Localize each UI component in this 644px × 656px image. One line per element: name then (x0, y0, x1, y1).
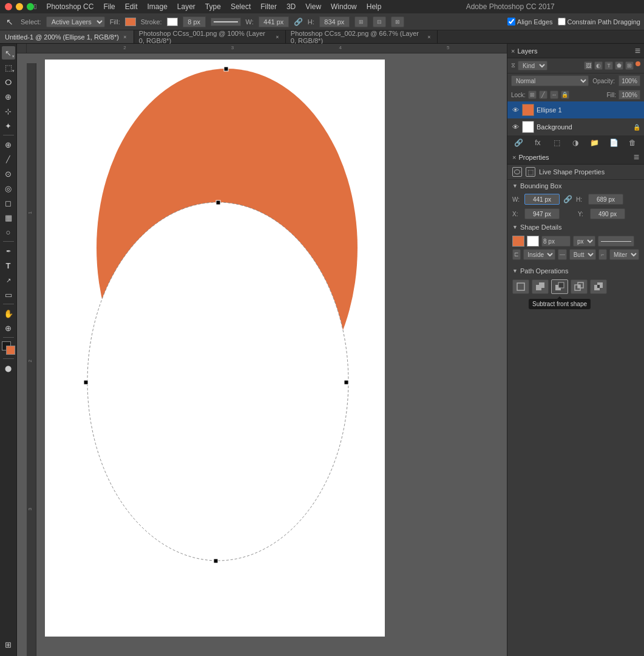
move-tool-button[interactable]: ↖ ▾ (2, 46, 15, 60)
handle-top[interactable] (224, 67, 228, 71)
lock-all-icon[interactable]: 🔒 (561, 91, 569, 99)
quick-mask-button[interactable]: ⬤ (2, 361, 15, 375)
fill-color-swatch[interactable] (125, 18, 136, 26)
ellipse1-visibility-toggle[interactable]: 👁 (511, 106, 520, 114)
bounding-box-section-header[interactable]: ▼ Bounding Box (507, 180, 644, 192)
canvas-area[interactable]: 2 3 4 5 1 2 3 (17, 44, 507, 656)
add-mask-button[interactable]: ⬚ (551, 137, 562, 148)
filter-toggle-dot[interactable] (636, 61, 640, 66)
maximize-button[interactable] (27, 3, 34, 10)
menu-apple[interactable]:  (34, 2, 36, 11)
stroke-size-field[interactable] (541, 236, 571, 247)
menu-window[interactable]: Window (331, 2, 357, 11)
handle-bottom[interactable] (214, 559, 218, 563)
corner-dropdown[interactable]: Miter (609, 249, 639, 260)
path-select-button[interactable]: ↗ (2, 273, 15, 287)
transform-icon[interactable]: ⊞ (354, 16, 368, 27)
eraser-tool-button[interactable]: ◻ (2, 196, 15, 210)
tab-ccss002[interactable]: Photoshop CCss_002.png @ 66.7% (Layer 0,… (286, 30, 438, 43)
shape-details-section-header[interactable]: ▼ Shape Details (507, 221, 644, 233)
drawing-area[interactable]: 1 2 3 (27, 53, 507, 656)
intersect-paths-btn[interactable] (571, 279, 588, 294)
bb-h-input[interactable] (588, 194, 623, 205)
constrain-path-checkbox[interactable] (558, 18, 566, 26)
layers-panel-close[interactable]: × (511, 47, 515, 55)
stroke-size-unit[interactable]: px (573, 236, 595, 247)
menu-file[interactable]: File (103, 2, 115, 11)
menu-filter[interactable]: Filter (260, 2, 277, 11)
bb-w-input[interactable] (524, 194, 560, 205)
eyedropper-tool-button[interactable]: ✦ (2, 119, 15, 132)
corner-style-btn[interactable]: ⌐ (598, 249, 607, 260)
menu-type[interactable]: Type (205, 2, 221, 11)
screen-mode-button[interactable]: ⊞ (2, 638, 15, 651)
blend-mode-dropdown[interactable]: Normal (511, 75, 589, 86)
type-filter-icon[interactable]: T (605, 61, 613, 70)
fx-button[interactable]: fx (532, 137, 543, 148)
layer-item-background[interactable]: 👁 Background 🔒 (507, 118, 644, 135)
bb-link-icon[interactable]: 🔗 (563, 195, 572, 203)
tab-ccss001[interactable]: Photoshop CCss_001.png @ 100% (Layer 0, … (134, 30, 286, 43)
new-group-button[interactable]: 📁 (589, 137, 600, 148)
background-color[interactable] (6, 346, 15, 355)
stroke-line-preview[interactable] (211, 18, 241, 26)
align-edges-checkbox-container[interactable]: Align Edges (507, 18, 553, 26)
layers-panel-menu-icon[interactable]: ≡ (635, 46, 640, 56)
combine-paths-btn[interactable] (532, 279, 549, 294)
type-tool-button[interactable]: T (2, 259, 15, 272)
menu-view[interactable]: View (305, 2, 321, 11)
menu-3d[interactable]: 3D (286, 2, 296, 11)
shape-fill-swatch[interactable] (512, 236, 524, 247)
properties-close-icon[interactable]: × (512, 154, 516, 161)
menu-layer[interactable]: Layer (177, 2, 195, 11)
align-inside-btn[interactable]: ⊏ (512, 249, 521, 260)
bb-y-input[interactable] (590, 208, 625, 219)
handle-left[interactable] (84, 380, 88, 384)
menu-photoshop[interactable]: Photoshop CC (46, 2, 93, 11)
warp-icon[interactable]: ⊠ (391, 16, 404, 27)
menu-image[interactable]: Image (147, 2, 167, 11)
hand-tool-button[interactable]: ✋ (2, 307, 15, 320)
select-dropdown[interactable]: Active Layers (46, 16, 105, 27)
cap-dropdown[interactable]: Butt (569, 249, 596, 260)
subtract-front-btn[interactable]: Subtract front shape (551, 279, 568, 294)
align-edges-checkbox[interactable] (507, 18, 515, 26)
kind-filter-dropdown[interactable]: Kind (518, 61, 547, 70)
gradient-tool-button[interactable]: ▦ (2, 211, 15, 224)
path-operations-section-header[interactable]: ▼ Path Operations (507, 265, 644, 277)
bb-x-input[interactable] (524, 208, 560, 219)
cap-style-btn[interactable]: — (558, 249, 566, 260)
history-brush-button[interactable]: ◎ (2, 182, 15, 195)
shape-filter-icon[interactable]: ⬟ (615, 61, 623, 70)
clone-tool-button[interactable]: ⊙ (2, 167, 15, 180)
align-dropdown[interactable]: Inside (523, 249, 555, 260)
link-layers-button[interactable]: 🔗 (514, 137, 524, 148)
handle-inner-top[interactable] (216, 200, 220, 205)
stroke-size-input[interactable] (183, 16, 206, 27)
dash-style-preview[interactable] (598, 236, 634, 247)
quick-select-button[interactable]: ⊕ (2, 90, 15, 103)
opacity-input[interactable] (619, 75, 640, 86)
minimize-button[interactable] (16, 3, 23, 10)
menu-select[interactable]: Select (231, 2, 251, 11)
lock-position-icon[interactable]: ↔ (550, 91, 558, 99)
link-dimensions-icon[interactable]: 🔗 (294, 18, 303, 26)
spot-heal-button[interactable]: ⊕ (2, 138, 15, 151)
fill-input[interactable] (619, 90, 640, 100)
brush-tool-button[interactable]: ╱ (2, 152, 15, 166)
pen-tool-button[interactable]: ✒ (2, 244, 15, 258)
crop-tool-button[interactable]: ⊹ (2, 104, 15, 118)
tab-untitled-close[interactable]: × (121, 33, 129, 41)
smart-filter-icon[interactable]: ⊞ (625, 61, 634, 70)
close-button[interactable] (5, 3, 12, 10)
tab-ccss001-close[interactable]: × (274, 33, 280, 41)
background-visibility-toggle[interactable]: 👁 (511, 123, 520, 131)
tab-untitled[interactable]: Untitled-1 @ 200% (Ellipse 1, RGB/8*) × (0, 30, 134, 43)
lasso-tool-button[interactable]: ⵔ (2, 75, 15, 89)
properties-menu-icon[interactable]: ≡ (634, 152, 639, 163)
zoom-tool-button[interactable]: ⊕ (2, 321, 15, 335)
layer-item-ellipse1[interactable]: 👁 Ellipse 1 (507, 101, 644, 118)
menu-help[interactable]: Help (367, 2, 382, 11)
menu-edit[interactable]: Edit (125, 2, 138, 11)
lock-pixels-icon[interactable]: ╱ (539, 91, 547, 99)
